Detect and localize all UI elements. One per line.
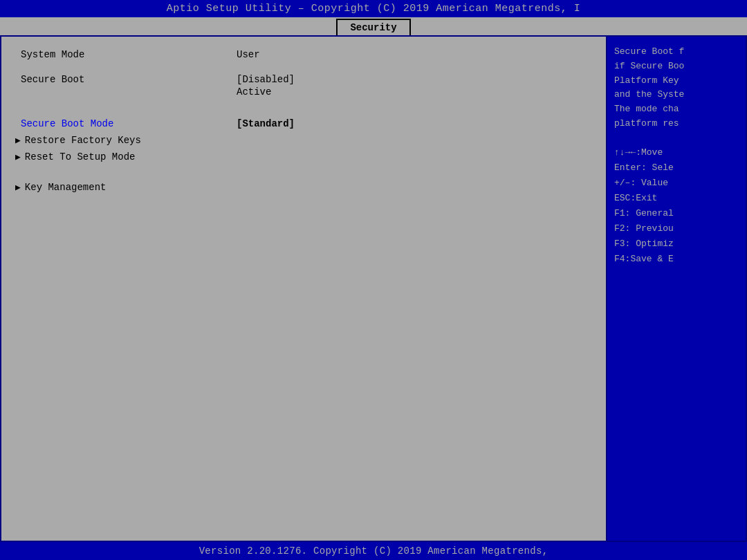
- title-bar: Aptio Setup Utility – Copyright (C) 2019…: [0, 0, 747, 17]
- key-management-arrow: ▶: [15, 182, 21, 193]
- secure-boot-label: Secure Boot: [15, 74, 237, 85]
- system-mode-label: System Mode: [15, 49, 237, 60]
- title-text: Aptio Setup Utility – Copyright (C) 2019…: [167, 3, 581, 15]
- help-line-1: if Secure Boo: [614, 59, 739, 74]
- key-management-label: Key Management: [25, 182, 107, 193]
- help-line-2: Platform Key: [614, 74, 739, 88]
- nav-line-5: F2: Previou: [614, 221, 739, 236]
- nav-line-7: F4:Save & E: [614, 252, 739, 267]
- nav-line-1: Enter: Sele: [614, 160, 739, 176]
- reset-to-setup-mode-label: Reset To Setup Mode: [25, 151, 136, 162]
- restore-factory-keys-row[interactable]: ▶ Restore Factory Keys: [15, 135, 592, 146]
- help-line-3: and the Syste: [614, 88, 739, 102]
- bottom-text: Version 2.20.1276. Copyright (C) 2019 Am…: [199, 545, 548, 557]
- system-mode-row: System Mode User: [15, 49, 592, 60]
- help-line-5: platform res: [614, 117, 739, 131]
- secure-boot-mode-value: [Standard]: [237, 118, 295, 129]
- right-panel: Secure Boot f if Secure Boo Platform Key…: [607, 37, 746, 541]
- secure-boot-bracket: [Disabled]: [237, 74, 295, 85]
- nav-line-4: F1: General: [614, 206, 739, 221]
- bottom-bar: Version 2.20.1276. Copyright (C) 2019 Am…: [0, 542, 747, 560]
- secure-boot-sub: Active: [237, 86, 295, 97]
- help-line-4: The mode cha: [614, 102, 739, 117]
- bios-screen: Aptio Setup Utility – Copyright (C) 2019…: [0, 0, 747, 560]
- secure-boot-mode-label: Secure Boot Mode: [15, 118, 237, 129]
- secure-boot-mode-row[interactable]: Secure Boot Mode [Standard]: [15, 118, 592, 129]
- nav-help: ↑↓→←:Move Enter: Sele +/–: Value ESC:Exi…: [614, 145, 739, 268]
- tab-bar: Security: [0, 17, 747, 35]
- main-content: System Mode User Secure Boot [Disabled] …: [0, 35, 747, 542]
- restore-factory-keys-label: Restore Factory Keys: [25, 135, 141, 146]
- secure-boot-value: [Disabled] Active: [237, 74, 295, 97]
- nav-line-6: F3: Optimiz: [614, 236, 739, 252]
- left-panel: System Mode User Secure Boot [Disabled] …: [1, 37, 607, 541]
- help-text: Secure Boot f if Secure Boo Platform Key…: [614, 45, 739, 131]
- nav-line-0: ↑↓→←:Move: [614, 145, 739, 160]
- tab-security[interactable]: Security: [336, 19, 410, 35]
- restore-factory-keys-arrow: ▶: [15, 135, 21, 146]
- nav-line-2: +/–: Value: [614, 176, 739, 191]
- reset-to-setup-mode-arrow: ▶: [15, 151, 21, 162]
- nav-line-3: ESC:Exit: [614, 191, 739, 206]
- key-management-row[interactable]: ▶ Key Management: [15, 182, 592, 193]
- reset-to-setup-mode-row[interactable]: ▶ Reset To Setup Mode: [15, 151, 592, 162]
- help-line-0: Secure Boot f: [614, 45, 739, 59]
- system-mode-value: User: [237, 49, 260, 60]
- secure-boot-row: Secure Boot [Disabled] Active: [15, 74, 592, 97]
